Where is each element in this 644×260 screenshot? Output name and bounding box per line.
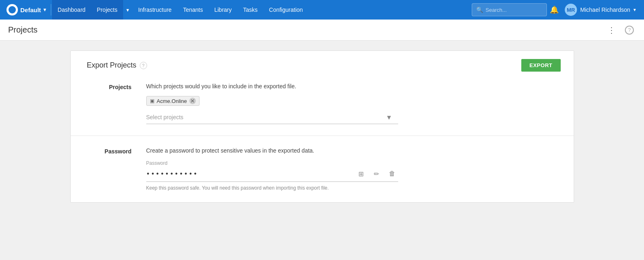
search-bar[interactable]: 🔍 — [472, 3, 547, 16]
delete-icon: 🗑 — [389, 170, 395, 177]
nav-dashboard[interactable]: Dashboard — [52, 0, 91, 20]
main-content: Export Projects ? EXPORT Projects Which … — [0, 41, 644, 260]
org-chevron-icon: ▾ — [43, 7, 46, 13]
projects-label: Projects — [87, 83, 132, 90]
nav-library[interactable]: Library — [208, 0, 237, 20]
help-circle-icon: ? — [625, 26, 634, 35]
org-name: Default — [20, 7, 41, 13]
card-top-row: Export Projects ? EXPORT — [71, 51, 574, 72]
notifications-bell[interactable]: 🔔 — [547, 2, 562, 17]
nav-infrastructure[interactable]: Infrastructure — [132, 0, 177, 20]
nav-tenants[interactable]: Tenants — [177, 0, 208, 20]
bell-icon: 🔔 — [550, 5, 559, 14]
projects-section: Projects Which projects would you like t… — [71, 72, 574, 136]
org-logo[interactable]: Default ▾ — [5, 4, 50, 15]
projects-description: Which projects would you like to include… — [146, 83, 557, 90]
password-field-row: ⊞ ✏ 🗑 — [146, 168, 398, 182]
show-password-icon: ⊞ — [358, 170, 364, 178]
select-projects-dropdown[interactable]: Select projects — [146, 111, 398, 124]
avatar: MR — [565, 4, 577, 16]
project-tag-label: Acme.Online — [157, 98, 187, 104]
search-input[interactable] — [486, 7, 542, 13]
password-description: Create a password to protect sensitive v… — [146, 147, 557, 154]
top-navigation: Default ▾ Dashboard Projects ▾ Infrastru… — [0, 0, 644, 20]
user-menu[interactable]: MR Michael Richardson ▾ — [562, 0, 639, 20]
nav-projects[interactable]: Projects — [91, 0, 123, 20]
remove-project-button[interactable]: ✕ — [189, 98, 196, 104]
more-options-button[interactable]: ⋮ — [605, 24, 618, 37]
page-actions: ⋮ ? — [605, 24, 636, 37]
select-projects-wrapper: Select projects ▼ — [146, 111, 557, 124]
export-help-icon[interactable]: ? — [140, 62, 147, 69]
user-name: Michael Richardson — [580, 7, 630, 13]
password-section: Password Create a password to protect se… — [71, 136, 574, 202]
password-input[interactable] — [146, 170, 352, 178]
projects-content: Which projects would you like to include… — [146, 83, 557, 124]
nav-divider-1 — [51, 4, 51, 15]
export-card-title: Export Projects — [87, 61, 137, 70]
nav-projects-dropdown[interactable]: ▾ — [123, 0, 132, 20]
show-password-button[interactable]: ⊞ — [355, 168, 367, 180]
page-title: Projects — [8, 25, 37, 35]
edit-password-button[interactable]: ✏ — [371, 168, 383, 180]
nav-tasks[interactable]: Tasks — [237, 0, 263, 20]
help-button[interactable]: ? — [623, 24, 636, 37]
nav-configuration[interactable]: Configuration — [263, 0, 308, 20]
export-title-area: Export Projects ? — [87, 61, 147, 70]
password-hint: Keep this password safe. You will need t… — [146, 185, 398, 191]
projects-chevron-icon: ▾ — [126, 7, 129, 13]
edit-icon: ✏ — [374, 170, 379, 178]
user-chevron-icon: ▾ — [633, 7, 636, 13]
export-card: Export Projects ? EXPORT Projects Which … — [70, 50, 574, 203]
password-field-label: Password — [146, 160, 557, 166]
more-vert-icon: ⋮ — [607, 25, 616, 35]
selected-projects-tags: ▣ Acme.Online ✕ — [146, 96, 557, 111]
project-tag-acme: ▣ Acme.Online ✕ — [146, 96, 199, 106]
page-header: Projects ⋮ ? — [0, 20, 644, 41]
logo-icon — [7, 4, 18, 15]
export-button[interactable]: EXPORT — [521, 59, 560, 72]
password-content: Create a password to protect sensitive v… — [146, 147, 557, 191]
search-icon: 🔍 — [476, 7, 483, 13]
project-tag-icon: ▣ — [150, 98, 154, 104]
password-label: Password — [87, 147, 132, 155]
delete-password-button[interactable]: 🗑 — [386, 168, 398, 180]
